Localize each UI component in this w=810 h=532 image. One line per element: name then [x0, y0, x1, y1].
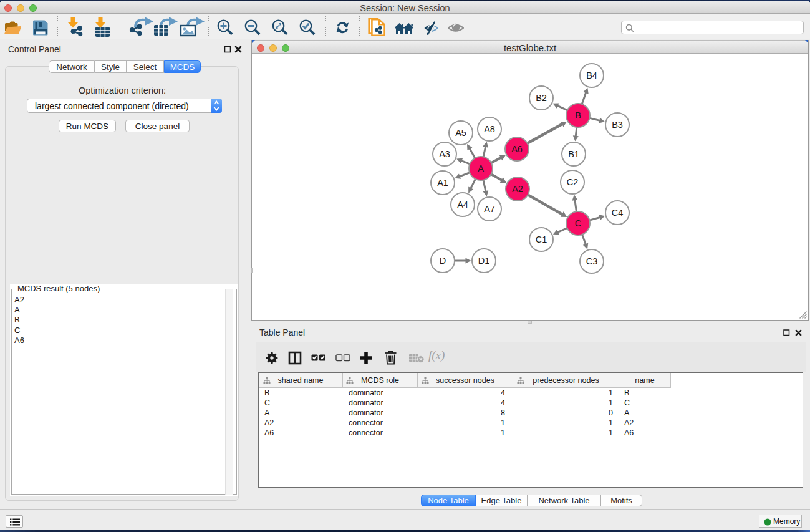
svg-text:B: B	[575, 110, 581, 120]
svg-text:B1: B1	[568, 149, 579, 159]
svg-text:A4: A4	[457, 200, 468, 210]
svg-text:A2: A2	[512, 184, 523, 194]
svg-text:C1: C1	[536, 235, 547, 244]
svg-text:C4: C4	[612, 208, 624, 218]
svg-text:B2: B2	[536, 93, 547, 103]
svg-text:A5: A5	[455, 128, 466, 138]
svg-text:C2: C2	[567, 177, 579, 187]
svg-text:C: C	[575, 218, 581, 228]
svg-text:B3: B3	[612, 120, 623, 130]
svg-text:A6: A6	[511, 144, 523, 154]
svg-text:D1: D1	[478, 256, 490, 266]
svg-text:B4: B4	[586, 70, 597, 80]
svg-text:A1: A1	[437, 178, 448, 188]
svg-text:C3: C3	[586, 256, 598, 266]
svg-text:A8: A8	[484, 124, 495, 134]
svg-text:A7: A7	[484, 204, 495, 214]
svg-text:A3: A3	[439, 149, 450, 159]
svg-text:D: D	[440, 256, 446, 266]
svg-text:A: A	[478, 163, 484, 173]
